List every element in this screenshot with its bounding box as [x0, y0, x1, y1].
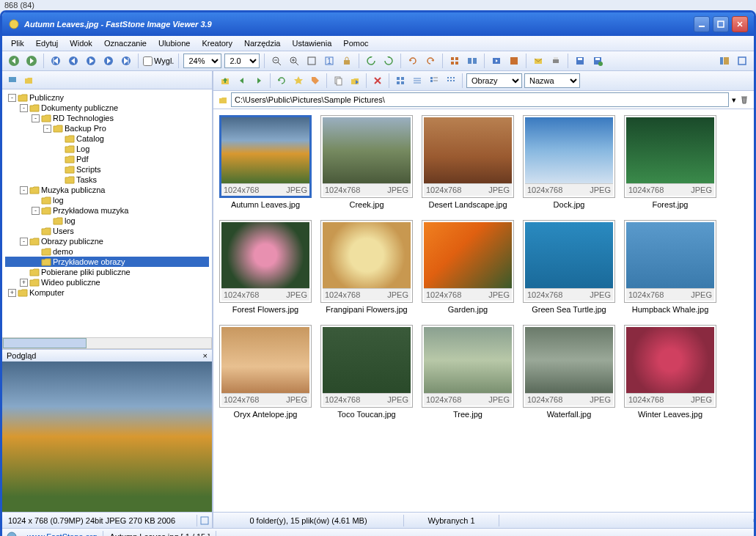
tree-node[interactable]: -Dokumenty publiczne [5, 103, 209, 113]
next-button[interactable] [101, 54, 116, 68]
copy-button[interactable] [331, 73, 345, 88]
menu-ulubione[interactable]: Ulubione [154, 37, 194, 49]
menu-widok[interactable]: Widok [65, 37, 97, 49]
zoom-out-button[interactable] [269, 54, 284, 68]
view-checkbox[interactable]: Wygl. [143, 56, 174, 66]
menu-pomoc[interactable]: Pomoc [339, 37, 373, 49]
minimize-button[interactable] [694, 16, 710, 32]
thumbnail-grid[interactable]: 1024x768JPEGAutumn Leaves.jpg1024x768JPE… [213, 109, 754, 512]
print-button[interactable] [548, 54, 563, 68]
forward-button[interactable] [24, 54, 39, 68]
folder-tree[interactable]: -Publiczny-Dokumenty publiczne-RD Techno… [2, 89, 212, 337]
tree-node[interactable]: -Obrazy publiczne [5, 236, 209, 246]
tree-node[interactable]: Pdf [5, 154, 209, 164]
thumbnail[interactable]: 1024x768JPEGForest.jpg [624, 115, 716, 211]
zoom-lock-button[interactable] [340, 54, 354, 68]
tree-node[interactable]: Tasks [5, 175, 209, 185]
preview-close-icon[interactable]: × [203, 351, 208, 360]
tree-node[interactable]: Pobierane pliki publiczne [5, 267, 209, 277]
sort-select[interactable]: Nazwa [524, 73, 580, 88]
last-button[interactable] [119, 54, 133, 68]
view-thumbs-button[interactable] [393, 73, 408, 88]
tree-node[interactable]: Catalog [5, 133, 209, 144]
tree-node[interactable]: +Wideo publiczne [5, 277, 209, 287]
prev-button[interactable] [66, 54, 81, 68]
menu-plik[interactable]: Plik [7, 37, 29, 49]
up-button[interactable] [218, 73, 232, 88]
menu-edytuj[interactable]: Edytuj [32, 37, 63, 49]
back-button[interactable] [7, 54, 21, 68]
undo-button[interactable] [405, 54, 420, 68]
play-button[interactable] [84, 54, 98, 68]
view-detail-button[interactable] [427, 73, 441, 88]
tree-node[interactable]: Scripts [5, 164, 209, 175]
saveas-button[interactable] [590, 54, 605, 68]
tools-button[interactable] [507, 54, 521, 68]
menu-oznaczanie[interactable]: Oznaczanie [100, 37, 151, 49]
delete-button[interactable] [370, 73, 385, 88]
trash-icon[interactable] [739, 95, 749, 105]
tree-node[interactable]: Przykładowe obrazy [5, 257, 209, 267]
tree-node[interactable]: +Komputer [5, 287, 209, 298]
fullscreen-button[interactable] [735, 54, 749, 68]
grid-button[interactable] [447, 54, 462, 68]
thumbnail[interactable]: 1024x768JPEGForest Flowers.jpg [219, 220, 312, 316]
tree-node[interactable]: Users [5, 226, 209, 236]
tree-node[interactable]: -Backup Pro [5, 123, 209, 133]
tag-button[interactable] [308, 73, 323, 88]
website-link[interactable]: www.FastStone.org [21, 531, 103, 537]
zoom-select[interactable]: 24% [183, 54, 221, 68]
slideshow-button[interactable] [489, 54, 504, 68]
zoom-fit-button[interactable] [304, 54, 319, 68]
thumbnail[interactable]: 1024x768JPEGTree.jpg [422, 325, 514, 421]
favorite-button[interactable] [291, 73, 306, 88]
folder-up-button[interactable] [21, 73, 36, 87]
menu-narzędzia[interactable]: Narzędzia [240, 37, 285, 49]
tree-node[interactable]: demo [5, 246, 209, 257]
maximize-button[interactable] [713, 16, 729, 32]
layout1-button[interactable] [717, 54, 732, 68]
view-list-button[interactable] [410, 73, 425, 88]
menu-ustawienia[interactable]: Ustawienia [288, 37, 337, 49]
desktop-button[interactable] [5, 73, 20, 87]
save-button[interactable] [573, 54, 587, 68]
tree-node[interactable]: -Muzyka publiczna [5, 185, 209, 195]
thumbnail[interactable]: 1024x768JPEGDock.jpg [523, 115, 615, 211]
thumbnail[interactable]: 1024x768JPEGCreek.jpg [320, 115, 413, 211]
tree-node[interactable]: -RD Technologies [5, 113, 209, 123]
move-button[interactable] [348, 73, 362, 88]
redo-button[interactable] [423, 54, 438, 68]
tree-node[interactable]: Log [5, 144, 209, 154]
close-button[interactable] [732, 16, 748, 32]
thumbnail[interactable]: 1024x768JPEGWaterfall.jpg [523, 325, 615, 421]
info-expand-icon[interactable] [197, 513, 212, 528]
rotate-right-button[interactable] [381, 54, 396, 68]
thumbnail[interactable]: 1024x768JPEGOryx Antelope.jpg [219, 325, 312, 421]
thumbnail[interactable]: 1024x768JPEGGarden.jpg [422, 220, 514, 316]
view-small-button[interactable] [444, 73, 458, 88]
rotate-left-button[interactable] [364, 54, 378, 68]
zoom-actual-button[interactable]: 1 [322, 54, 337, 68]
tree-node[interactable]: -Publiczny [5, 92, 209, 103]
first-button[interactable] [48, 54, 63, 68]
email-button[interactable] [531, 54, 546, 68]
path-input[interactable] [231, 92, 729, 107]
thumbnail[interactable]: 1024x768JPEGDesert Landscape.jpg [422, 115, 514, 211]
forward-browser-button[interactable] [252, 73, 266, 88]
zoom-in-button[interactable] [287, 54, 301, 68]
thumbnail[interactable]: 1024x768JPEGFrangipani Flowers.jpg [320, 220, 413, 316]
thumbnail[interactable]: 1024x768JPEGHumpback Whale.jpg [624, 220, 716, 316]
thumbnail[interactable]: 1024x768JPEGToco Toucan.jpg [320, 325, 413, 421]
path-dropdown-icon[interactable]: ▾ [732, 95, 736, 105]
tree-node[interactable]: log [5, 195, 209, 205]
tree-node[interactable]: log [5, 216, 209, 226]
back-browser-button[interactable] [235, 73, 249, 88]
tree-node[interactable]: -Przykładowa muzyka [5, 205, 209, 216]
menu-kreatory[interactable]: Kreatory [197, 37, 237, 49]
thumbnail[interactable]: 1024x768JPEGAutumn Leaves.jpg [219, 115, 312, 211]
refresh-button[interactable] [274, 73, 289, 88]
tree-scrollbar[interactable] [2, 337, 212, 349]
thumbnail[interactable]: 1024x768JPEGGreen Sea Turtle.jpg [523, 220, 615, 316]
interval-select[interactable]: 2.0 [224, 54, 260, 68]
thumbnail[interactable]: 1024x768JPEGWinter Leaves.jpg [624, 325, 716, 421]
